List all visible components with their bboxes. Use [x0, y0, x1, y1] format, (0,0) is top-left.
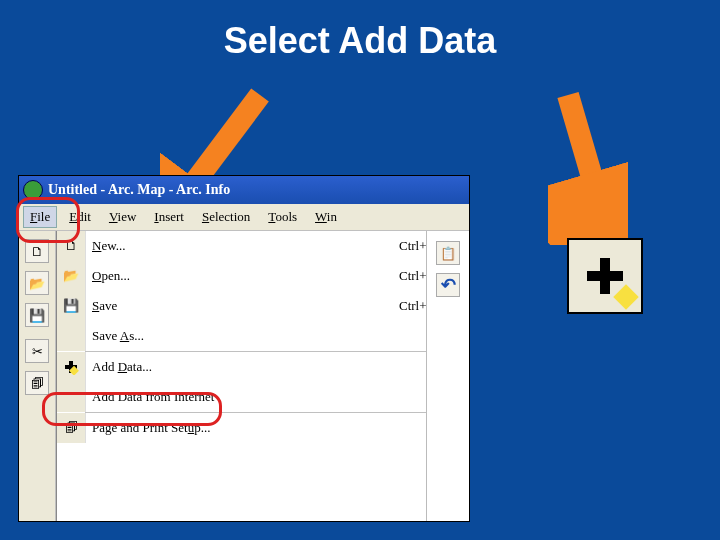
add-data-toolbar-button[interactable] — [567, 238, 643, 314]
arcmap-window: Untitled - Arc. Map - Arc. Info FFileile… — [18, 175, 470, 522]
file-dropdown-menu: 🗋 New... Ctrl+N 📂 Open... Ctrl+O 💾 Save … — [56, 231, 469, 522]
toolbar-open-icon[interactable]: 📂 — [25, 271, 49, 295]
menu-tools[interactable]: Tools — [262, 207, 303, 227]
save-file-icon: 💾 — [57, 291, 86, 321]
svg-line-3 — [568, 95, 603, 215]
plus-icon — [583, 254, 627, 298]
menu-item-add-data[interactable]: Add Data... — [57, 352, 469, 382]
add-data-icon — [57, 352, 86, 382]
menu-insert[interactable]: Insert — [148, 207, 190, 227]
highlight-file-menu — [16, 197, 80, 243]
right-toolbar: 📋 ↶ — [426, 231, 469, 522]
menu-item-open[interactable]: 📂 Open... Ctrl+O — [57, 261, 469, 291]
arrow-to-add-data-button — [548, 85, 628, 249]
svg-rect-10 — [587, 271, 623, 281]
menu-view[interactable]: View — [103, 207, 142, 227]
window-titlebar: Untitled - Arc. Map - Arc. Info — [19, 176, 469, 204]
menu-selection[interactable]: Selection — [196, 207, 256, 227]
left-toolbar: 🗋 📂 💾 ✂ 🗐 — [19, 231, 56, 522]
toolbar-save-icon[interactable]: 💾 — [25, 303, 49, 327]
highlight-add-data-item — [42, 392, 222, 426]
slide-title: Select Add Data — [0, 20, 720, 62]
menu-bar: FFileile Edit View Insert Selection Tool… — [19, 204, 469, 231]
window-title: Untitled - Arc. Map - Arc. Info — [48, 182, 230, 198]
toolbar-paste-icon[interactable]: 📋 — [436, 241, 460, 265]
blank-icon — [57, 321, 86, 351]
menu-item-new[interactable]: 🗋 New... Ctrl+N — [57, 231, 469, 261]
toolbar-cut-icon[interactable]: ✂ — [25, 339, 49, 363]
toolbar-undo-icon[interactable]: ↶ — [436, 273, 460, 297]
menu-item-save-as[interactable]: Save As... — [57, 321, 469, 351]
open-file-icon: 📂 — [57, 261, 86, 291]
menu-window[interactable]: Win — [309, 207, 343, 227]
menu-item-save[interactable]: 💾 Save Ctrl+S — [57, 291, 469, 321]
toolbar-page-icon[interactable]: 🗐 — [25, 371, 49, 395]
